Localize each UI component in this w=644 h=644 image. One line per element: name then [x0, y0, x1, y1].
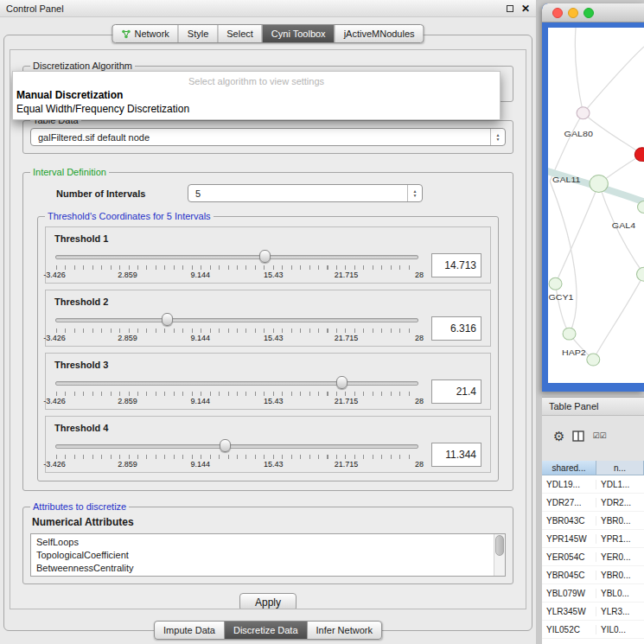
dropdown-hint: Select algorithm to view settings	[13, 73, 500, 88]
number-of-intervals-value: 5	[195, 188, 407, 199]
node-label-gcy1: GCY1	[548, 293, 573, 303]
interval-definition-legend: Interval Definition	[30, 167, 109, 177]
threshold-4-slider-thumb[interactable]	[220, 439, 231, 452]
close-window-icon[interactable]	[552, 8, 563, 18]
slider-track	[55, 255, 418, 259]
tab-impute-data[interactable]: Impute Data	[155, 622, 224, 639]
float-panel-icon[interactable]	[507, 5, 513, 12]
threshold-1-value-field[interactable]: 14.713	[431, 253, 481, 277]
table-data-combobox[interactable]: galFiltered.sif default node ▲▼	[30, 128, 506, 146]
table-row[interactable]: YBR045CYBR0...	[542, 566, 644, 584]
cell[interactable]: YIL0...	[596, 625, 644, 634]
threshold-2-value-field[interactable]: 6.316	[431, 316, 481, 341]
list-item-selfloops[interactable]: SelfLoops	[36, 536, 491, 549]
cell[interactable]: YDL19...	[542, 480, 596, 489]
cell[interactable]: YLR345W	[542, 607, 596, 616]
number-of-intervals-combobox[interactable]: 5 ▲▼	[188, 184, 423, 202]
cell[interactable]: YDR2...	[596, 498, 644, 507]
cell[interactable]: YIL052C	[542, 625, 596, 634]
threshold-4-value-field[interactable]: 11.344	[431, 443, 481, 467]
column-header-name[interactable]: n...	[596, 461, 644, 475]
threshold-2-slider-thumb[interactable]	[162, 313, 173, 326]
cell[interactable]: YDL1...	[596, 480, 644, 489]
threshold-3-slider-thumb[interactable]	[336, 376, 348, 389]
node-attribute-table: shared... n... YDL19...YDL1... YDR27...Y…	[542, 461, 644, 644]
node-circle[interactable]	[587, 354, 600, 366]
node-circle[interactable]	[577, 107, 590, 119]
interval-definition-group: Interval Definition Number of Intervals …	[22, 167, 513, 491]
cell[interactable]: YER054C	[542, 552, 596, 562]
table-row[interactable]: YLR345WYLR3...	[542, 603, 644, 621]
dropdown-option-equal-width[interactable]: Equal Width/Frequency Discretization	[13, 102, 500, 116]
node-circle[interactable]	[549, 277, 562, 290]
cell[interactable]: YBL0...	[596, 589, 644, 598]
cell[interactable]: YBR0...	[596, 516, 644, 526]
combobox-stepper-icon: ▲▼	[490, 129, 505, 145]
list-item-topologicalcoefficient[interactable]: TopologicalCoefficient	[36, 549, 491, 562]
apply-button[interactable]: Apply	[239, 593, 296, 609]
threshold-2-slider[interactable]	[54, 313, 419, 327]
tick-label: -3.426	[43, 271, 66, 279]
network-canvas[interactable]: GAL80 GAL11 GAL4 GCY1 HAP2	[548, 28, 644, 383]
thresholds-group-legend: Threshold's Coordinates for 5 Intervals	[45, 211, 214, 221]
threshold-1-slider[interactable]	[54, 250, 419, 264]
table-row[interactable]: YPR145WYPR1...	[542, 530, 644, 548]
cell[interactable]: YBR043C	[542, 516, 596, 526]
cell[interactable]: YBL079W	[542, 589, 596, 598]
tab-network[interactable]: Network	[112, 25, 177, 42]
node-circle[interactable]	[563, 328, 576, 340]
select-columns-icon[interactable]: ☑☑	[592, 431, 606, 440]
numerical-attributes-list[interactable]: SelfLoops TopologicalCoefficient Between…	[30, 533, 506, 577]
dropdown-option-manual-discretization[interactable]: Manual Discretization	[13, 88, 500, 102]
list-scrollbar[interactable]	[494, 534, 505, 576]
zoom-window-icon[interactable]	[583, 8, 594, 18]
thresholds-group: Threshold's Coordinates for 5 Intervals …	[37, 211, 499, 481]
slider-ticks	[56, 455, 418, 459]
network-icon	[121, 29, 131, 39]
table-settings-gear-icon[interactable]: ⚙	[553, 430, 564, 443]
cell[interactable]: YBR045C	[542, 571, 596, 580]
tick-label: -3.426	[43, 334, 66, 342]
node-circle[interactable]	[590, 175, 608, 193]
table-row[interactable]: YBL079WYBL0...	[542, 584, 644, 603]
threshold-1-slider-thumb[interactable]	[259, 250, 271, 263]
column-selector-icon[interactable]	[572, 430, 584, 442]
tick-label: 21.715	[335, 460, 359, 469]
node-circle[interactable]	[636, 267, 644, 281]
close-panel-icon[interactable]: ✕	[521, 3, 530, 14]
cell[interactable]: YPR1...	[596, 534, 644, 544]
tab-cyni-toolbox[interactable]: Cyni Toolbox	[262, 25, 335, 42]
tab-discretize-data-label: Discretize Data	[233, 625, 298, 635]
attributes-group-legend: Attributes to discretize	[30, 501, 129, 512]
selected-node-circle[interactable]	[634, 148, 644, 162]
cell[interactable]: YPR145W	[542, 534, 596, 544]
tab-style[interactable]: Style	[178, 25, 217, 42]
network-window-titlebar[interactable]	[542, 3, 644, 22]
cell[interactable]: YER0...	[596, 552, 644, 562]
app-screen: Control Panel ✕ Network	[0, 0, 644, 644]
tick-label: 15.43	[264, 271, 284, 279]
attributes-group: Attributes to discretize Numerical Attri…	[22, 501, 513, 584]
table-row[interactable]: YER054CYER0...	[542, 548, 644, 566]
table-row[interactable]: YDR27...YDR2...	[542, 494, 644, 512]
tab-impute-data-label: Impute Data	[163, 625, 215, 635]
threshold-3-slider[interactable]	[54, 376, 419, 390]
column-header-shared[interactable]: shared...	[542, 461, 596, 475]
cell[interactable]: YDR27...	[542, 498, 596, 507]
cell[interactable]: YBR0...	[596, 571, 644, 580]
tab-jactivemnodules[interactable]: jActiveMNodules	[335, 25, 424, 42]
list-scrollbar-thumb[interactable]	[495, 535, 504, 556]
table-data-group: Table Data galFiltered.sif default node …	[22, 115, 513, 154]
table-row[interactable]: YDL19...YDL1...	[542, 475, 644, 494]
cell[interactable]: YLR3...	[596, 607, 644, 616]
list-item-betweennesscentrality[interactable]: BetweennessCentrality	[36, 562, 491, 575]
tab-select[interactable]: Select	[217, 25, 262, 42]
table-row[interactable]: YBR043CYBR0...	[542, 512, 644, 530]
slider-tick-labels: -3.426 2.859 9.144 15.43 21.715 28	[54, 460, 419, 469]
minimize-window-icon[interactable]	[568, 8, 578, 18]
threshold-4-slider[interactable]	[54, 439, 419, 453]
tab-infer-network[interactable]: Infer Network	[307, 622, 381, 639]
threshold-3-value-field[interactable]: 21.4	[431, 379, 481, 404]
table-row[interactable]: YIL052CYIL0...	[542, 621, 644, 639]
tab-discretize-data[interactable]: Discretize Data	[224, 622, 307, 639]
